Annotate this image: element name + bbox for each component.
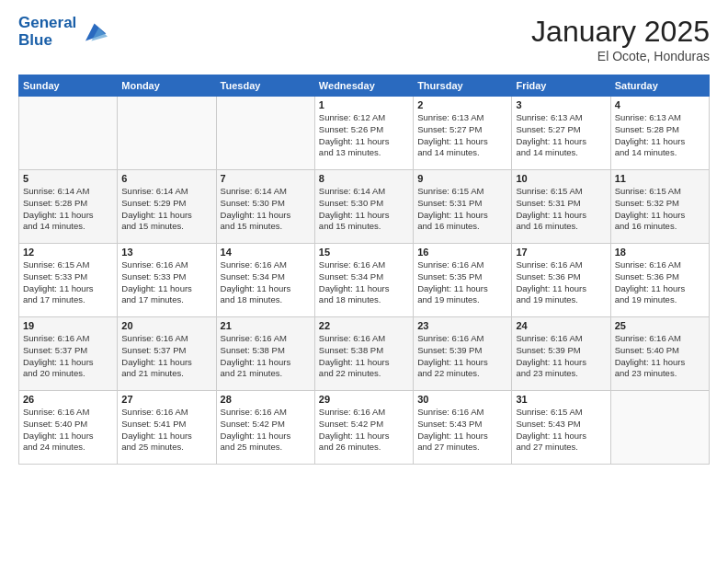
- calendar-cell: [118, 97, 216, 170]
- calendar-cell: 10Sunrise: 6:15 AM Sunset: 5:31 PM Dayli…: [512, 170, 610, 244]
- day-number: 29: [319, 394, 409, 405]
- day-info: Sunrise: 6:14 AM Sunset: 5:30 PM Dayligh…: [221, 186, 311, 233]
- day-info: Sunrise: 6:16 AM Sunset: 5:36 PM Dayligh…: [615, 259, 705, 306]
- calendar-week: 26Sunrise: 6:16 AM Sunset: 5:40 PM Dayli…: [19, 391, 710, 465]
- day-number: 15: [319, 247, 409, 258]
- calendar-cell: 28Sunrise: 6:16 AM Sunset: 5:42 PM Dayli…: [216, 391, 314, 465]
- calendar-cell: 7Sunrise: 6:14 AM Sunset: 5:30 PM Daylig…: [216, 170, 314, 244]
- logo-line1: General: [18, 15, 76, 32]
- calendar-cell: 9Sunrise: 6:15 AM Sunset: 5:31 PM Daylig…: [414, 170, 512, 244]
- day-info: Sunrise: 6:16 AM Sunset: 5:33 PM Dayligh…: [121, 259, 211, 306]
- day-info: Sunrise: 6:16 AM Sunset: 5:34 PM Dayligh…: [221, 259, 311, 306]
- calendar-cell: 29Sunrise: 6:16 AM Sunset: 5:42 PM Dayli…: [314, 391, 413, 465]
- day-number: 3: [516, 99, 606, 110]
- day-info: Sunrise: 6:15 AM Sunset: 5:31 PM Dayligh…: [417, 186, 507, 233]
- day-number: 11: [615, 173, 705, 184]
- header-day: Saturday: [610, 75, 709, 97]
- logo-icon: [78, 19, 108, 45]
- calendar-cell: 15Sunrise: 6:16 AM Sunset: 5:34 PM Dayli…: [314, 244, 413, 317]
- day-number: 17: [516, 247, 606, 258]
- day-info: Sunrise: 6:16 AM Sunset: 5:39 PM Dayligh…: [516, 333, 606, 380]
- calendar-week: 1Sunrise: 6:12 AM Sunset: 5:26 PM Daylig…: [19, 97, 710, 170]
- page: General Blue January 2025 El Ocote, Hond…: [0, 0, 728, 563]
- day-info: Sunrise: 6:16 AM Sunset: 5:37 PM Dayligh…: [121, 333, 211, 380]
- day-number: 24: [516, 320, 606, 331]
- day-info: Sunrise: 6:16 AM Sunset: 5:42 PM Dayligh…: [319, 407, 409, 454]
- day-info: Sunrise: 6:16 AM Sunset: 5:36 PM Dayligh…: [516, 259, 606, 306]
- calendar-cell: 3Sunrise: 6:13 AM Sunset: 5:27 PM Daylig…: [512, 97, 610, 170]
- day-number: 27: [121, 394, 211, 405]
- location-subtitle: El Ocote, Honduras: [531, 49, 710, 63]
- day-info: Sunrise: 6:14 AM Sunset: 5:28 PM Dayligh…: [23, 186, 113, 233]
- day-number: 28: [221, 394, 311, 405]
- header-day: Tuesday: [216, 75, 314, 97]
- logo-line2: Blue: [18, 32, 76, 50]
- header-row: SundayMondayTuesdayWednesdayThursdayFrid…: [19, 75, 710, 97]
- day-info: Sunrise: 6:16 AM Sunset: 5:43 PM Dayligh…: [417, 407, 507, 454]
- header-day: Wednesday: [314, 75, 413, 97]
- calendar-cell: 16Sunrise: 6:16 AM Sunset: 5:35 PM Dayli…: [414, 244, 512, 317]
- header-day: Monday: [118, 75, 216, 97]
- day-info: Sunrise: 6:16 AM Sunset: 5:40 PM Dayligh…: [615, 333, 705, 380]
- calendar-cell: 5Sunrise: 6:14 AM Sunset: 5:28 PM Daylig…: [19, 170, 118, 244]
- day-info: Sunrise: 6:16 AM Sunset: 5:35 PM Dayligh…: [417, 259, 507, 306]
- calendar-cell: 27Sunrise: 6:16 AM Sunset: 5:41 PM Dayli…: [118, 391, 216, 465]
- day-info: Sunrise: 6:16 AM Sunset: 5:38 PM Dayligh…: [221, 333, 311, 380]
- logo: General Blue: [18, 15, 108, 49]
- day-number: 30: [417, 394, 507, 405]
- calendar-week: 12Sunrise: 6:15 AM Sunset: 5:33 PM Dayli…: [19, 244, 710, 317]
- calendar-cell: 22Sunrise: 6:16 AM Sunset: 5:38 PM Dayli…: [314, 317, 413, 391]
- calendar-cell: [216, 97, 314, 170]
- header-day: Thursday: [414, 75, 512, 97]
- day-info: Sunrise: 6:14 AM Sunset: 5:30 PM Dayligh…: [319, 186, 409, 233]
- day-info: Sunrise: 6:13 AM Sunset: 5:28 PM Dayligh…: [615, 112, 705, 159]
- day-number: 7: [221, 173, 311, 184]
- calendar-cell: 30Sunrise: 6:16 AM Sunset: 5:43 PM Dayli…: [414, 391, 512, 465]
- day-info: Sunrise: 6:16 AM Sunset: 5:40 PM Dayligh…: [23, 407, 113, 454]
- day-number: 2: [417, 99, 507, 110]
- day-info: Sunrise: 6:16 AM Sunset: 5:41 PM Dayligh…: [121, 407, 211, 454]
- calendar-cell: 6Sunrise: 6:14 AM Sunset: 5:29 PM Daylig…: [118, 170, 216, 244]
- calendar-cell: [19, 97, 118, 170]
- calendar-cell: 24Sunrise: 6:16 AM Sunset: 5:39 PM Dayli…: [512, 317, 610, 391]
- calendar-cell: 18Sunrise: 6:16 AM Sunset: 5:36 PM Dayli…: [610, 244, 709, 317]
- calendar-cell: 13Sunrise: 6:16 AM Sunset: 5:33 PM Dayli…: [118, 244, 216, 317]
- day-number: 18: [615, 247, 705, 258]
- calendar-cell: [610, 391, 709, 465]
- calendar-table: SundayMondayTuesdayWednesdayThursdayFrid…: [18, 75, 710, 465]
- day-number: 25: [615, 320, 705, 331]
- day-number: 20: [121, 320, 211, 331]
- day-number: 16: [417, 247, 507, 258]
- calendar-week: 5Sunrise: 6:14 AM Sunset: 5:28 PM Daylig…: [19, 170, 710, 244]
- calendar-cell: 26Sunrise: 6:16 AM Sunset: 5:40 PM Dayli…: [19, 391, 118, 465]
- day-info: Sunrise: 6:12 AM Sunset: 5:26 PM Dayligh…: [319, 112, 409, 159]
- day-info: Sunrise: 6:13 AM Sunset: 5:27 PM Dayligh…: [417, 112, 507, 159]
- calendar-cell: 8Sunrise: 6:14 AM Sunset: 5:30 PM Daylig…: [314, 170, 413, 244]
- calendar-cell: 21Sunrise: 6:16 AM Sunset: 5:38 PM Dayli…: [216, 317, 314, 391]
- calendar-cell: 12Sunrise: 6:15 AM Sunset: 5:33 PM Dayli…: [19, 244, 118, 317]
- day-number: 14: [221, 247, 311, 258]
- day-info: Sunrise: 6:15 AM Sunset: 5:33 PM Dayligh…: [23, 259, 113, 306]
- day-number: 23: [417, 320, 507, 331]
- header-day: Friday: [512, 75, 610, 97]
- day-number: 26: [23, 394, 113, 405]
- calendar-cell: 20Sunrise: 6:16 AM Sunset: 5:37 PM Dayli…: [118, 317, 216, 391]
- day-number: 5: [23, 173, 113, 184]
- day-info: Sunrise: 6:16 AM Sunset: 5:37 PM Dayligh…: [23, 333, 113, 380]
- day-number: 13: [121, 247, 211, 258]
- header: General Blue January 2025 El Ocote, Hond…: [18, 15, 710, 63]
- calendar-cell: 23Sunrise: 6:16 AM Sunset: 5:39 PM Dayli…: [414, 317, 512, 391]
- day-number: 1: [319, 99, 409, 110]
- calendar-cell: 1Sunrise: 6:12 AM Sunset: 5:26 PM Daylig…: [314, 97, 413, 170]
- calendar-week: 19Sunrise: 6:16 AM Sunset: 5:37 PM Dayli…: [19, 317, 710, 391]
- day-info: Sunrise: 6:15 AM Sunset: 5:31 PM Dayligh…: [516, 186, 606, 233]
- day-info: Sunrise: 6:16 AM Sunset: 5:39 PM Dayligh…: [417, 333, 507, 380]
- day-info: Sunrise: 6:16 AM Sunset: 5:34 PM Dayligh…: [319, 259, 409, 306]
- calendar-body: 1Sunrise: 6:12 AM Sunset: 5:26 PM Daylig…: [19, 97, 710, 465]
- day-info: Sunrise: 6:14 AM Sunset: 5:29 PM Dayligh…: [121, 186, 211, 233]
- calendar-cell: 2Sunrise: 6:13 AM Sunset: 5:27 PM Daylig…: [414, 97, 512, 170]
- day-number: 8: [319, 173, 409, 184]
- calendar-cell: 4Sunrise: 6:13 AM Sunset: 5:28 PM Daylig…: [610, 97, 709, 170]
- day-number: 10: [516, 173, 606, 184]
- month-title: January 2025: [531, 15, 710, 49]
